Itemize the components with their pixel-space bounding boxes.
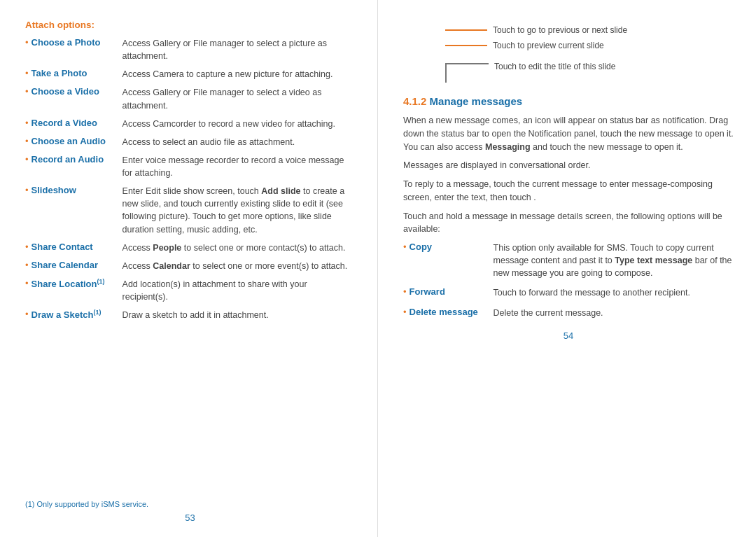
section-title: Attach options: [25, 20, 355, 30]
option-item: •Share Location(1)Add location(s) in att… [25, 278, 355, 303]
right-option-item: •CopyThis option only available for SMS.… [403, 242, 734, 279]
bullet: • [25, 37, 29, 48]
option-item: •Share ContactAccess People to select on… [25, 242, 355, 254]
body-text-4: Touch and hold a message in message deta… [403, 210, 734, 237]
options-list: •Choose a PhotoAccess Gallery or File ma… [25, 37, 355, 321]
right-option-item: •Delete messageDelete the current messag… [403, 307, 734, 319]
bullet: • [25, 309, 29, 319]
option-term: Slideshow [31, 185, 115, 195]
option-term: Share Contact [31, 242, 115, 252]
left-page: Attach options: •Choose a PhotoAccess Ga… [0, 0, 378, 537]
right-option-item: •ForwardTouch to forward the message to … [403, 286, 734, 299]
bullet: • [25, 278, 29, 288]
option-desc: Draw a sketch to add it in attachment. [115, 309, 269, 321]
diagram-label1: Touch to go to previous or next slide [493, 25, 627, 35]
option-item: •Take a PhotoAccess Camera to capture a … [25, 68, 355, 81]
option-desc: Access Gallery or File manager to select… [115, 86, 355, 111]
bullet: • [25, 154, 29, 165]
bullet: • [403, 242, 407, 252]
option-term: Choose a Photo [31, 37, 115, 48]
option-desc: Access Camcorder to record a new video f… [115, 118, 335, 130]
option-term: Choose an Audio [31, 136, 115, 146]
diagram-label2: Touch to preview current slide [493, 41, 604, 50]
page-spread: Attach options: •Choose a PhotoAccess Ga… [0, 0, 756, 537]
right-option-desc: This option only available for SMS. Touc… [486, 242, 734, 279]
option-term: Share Calendar [31, 260, 115, 270]
option-desc: Access to select an audio file as attach… [115, 136, 295, 148]
option-desc: Access Camera to capture a new picture f… [115, 68, 333, 81]
bullet: • [25, 86, 29, 97]
option-item: •Choose an AudioAccess to select an audi… [25, 136, 355, 148]
body-text-1: When a new message comes, an icon will a… [403, 114, 734, 153]
option-term: Share Location(1) [31, 278, 115, 289]
bullet: • [25, 242, 29, 252]
option-item: •Record an AudioEnter voice message reco… [25, 154, 355, 179]
left-page-number: 53 [25, 512, 355, 523]
option-desc: Access People to select one or more cont… [115, 242, 346, 254]
subsection-title: 4.1.2 Manage messages [403, 95, 734, 107]
option-item: •Share CalendarAccess Calendar to select… [25, 260, 355, 272]
option-term: Take a Photo [31, 68, 115, 78]
right-option-term: Copy [410, 242, 486, 252]
right-page-number: 54 [403, 330, 734, 341]
right-option-term: Delete message [410, 307, 486, 317]
option-desc: Enter voice message recorder to record a… [115, 154, 355, 179]
diagram-line3-row: Touch to edit the title of this slide [445, 63, 615, 83]
option-desc: Enter Edit slide show screen, touch Add … [115, 185, 355, 236]
bracket-vertical [445, 63, 447, 83]
option-item: •Choose a VideoAccess Gallery or File ma… [25, 86, 355, 111]
bullet: • [25, 136, 29, 146]
diagram-line2-row: Touch to preview current slide [445, 41, 604, 50]
diagram-line1 [445, 29, 487, 31]
subsection-title-label: Manage messages [430, 95, 523, 107]
body-text-2: Messages are displayed in conversational… [403, 159, 734, 172]
option-desc: Access Gallery or File manager to select… [115, 37, 355, 62]
diagram-line2 [445, 45, 487, 46]
bullet: • [25, 118, 29, 128]
right-option-desc: Delete the current message. [486, 307, 603, 319]
bullet: • [25, 68, 29, 78]
diagram-label3: Touch to edit the title of this slide [494, 62, 615, 71]
bullet: • [25, 260, 29, 270]
bracket-horizontal [445, 63, 489, 64]
right-option-term: Forward [410, 286, 486, 297]
footnote: (1) Only supported by iSMS service. [25, 494, 355, 508]
option-term: Draw a Sketch(1) [31, 309, 115, 320]
right-option-desc: Touch to forward the message to another … [486, 286, 690, 299]
option-desc: Access Calendar to select one or more ev… [115, 260, 348, 272]
attach-options-section: Attach options: •Choose a PhotoAccess Ga… [25, 20, 355, 494]
option-desc: Add location(s) in attachment to share w… [115, 278, 355, 303]
subsection-number: 4.1.2 [403, 95, 426, 107]
right-body-container: When a new message comes, an icon will a… [403, 114, 734, 326]
bullet: • [403, 286, 407, 297]
option-item: •Choose a PhotoAccess Gallery or File ma… [25, 37, 355, 62]
body-text-3: To reply to a message, touch the current… [403, 178, 734, 204]
option-term: Record an Audio [31, 154, 115, 165]
option-item: •Draw a Sketch(1)Draw a sketch to add it… [25, 309, 355, 321]
right-page: Touch to go to previous or next slide To… [378, 0, 756, 537]
option-item: •Record a VideoAccess Camcorder to recor… [25, 118, 355, 130]
option-item: •SlideshowEnter Edit slide show screen, … [25, 185, 355, 236]
slideshow-diagram: Touch to go to previous or next slide To… [445, 20, 734, 83]
bullet: • [403, 307, 407, 317]
option-term: Choose a Video [31, 86, 115, 97]
option-term: Record a Video [31, 118, 115, 128]
diagram-bracket [445, 63, 489, 83]
diagram-line1-row: Touch to go to previous or next slide [445, 25, 627, 35]
bullet: • [25, 185, 29, 195]
